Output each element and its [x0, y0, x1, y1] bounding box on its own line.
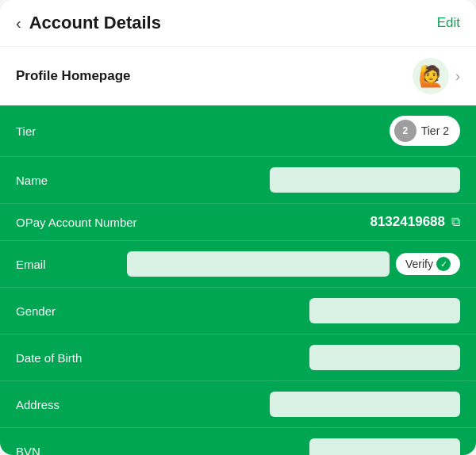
dob-row: Date of Birth: [0, 335, 476, 381]
account-number-label: OPay Account Number: [16, 216, 137, 229]
email-input[interactable]: [127, 251, 390, 277]
verify-button[interactable]: Verify ✓: [396, 253, 460, 275]
chevron-right-icon: ›: [455, 68, 460, 85]
account-number-row: OPay Account Number 8132419688 ⧉: [0, 204, 476, 241]
content-area: Tier 2 Tier 2 Name OPay Account Number 8…: [0, 105, 476, 455]
email-row: Email Verify ✓: [0, 241, 476, 288]
profile-homepage-label: Profile Homepage: [16, 68, 131, 84]
avatar: 🙋: [413, 58, 449, 94]
verify-check-icon: ✓: [436, 257, 451, 271]
email-input-area: Verify ✓: [127, 251, 460, 277]
edit-button[interactable]: Edit: [437, 15, 460, 31]
name-row: Name: [0, 157, 476, 204]
copy-icon[interactable]: ⧉: [451, 215, 460, 229]
address-row: Address: [0, 381, 476, 428]
profile-row[interactable]: Profile Homepage 🙋 ›: [0, 47, 476, 105]
gender-input[interactable]: [309, 298, 460, 323]
avatar-emoji: 🙋: [418, 64, 443, 89]
gender-row: Gender: [0, 288, 476, 335]
tier-icon: 2: [394, 120, 416, 142]
dob-label: Date of Birth: [16, 351, 119, 365]
header-left: ‹ Account Details: [16, 13, 161, 33]
name-input[interactable]: [270, 167, 460, 193]
back-button[interactable]: ‹: [16, 14, 21, 32]
verify-label: Verify: [405, 258, 433, 270]
header: ‹ Account Details Edit: [0, 0, 476, 47]
gender-label: Gender: [16, 304, 119, 318]
name-label: Name: [16, 174, 119, 187]
address-input[interactable]: [270, 392, 460, 417]
tier-text: Tier 2: [421, 124, 449, 137]
account-number-display: 8132419688 ⧉: [370, 214, 460, 230]
profile-right: 🙋 ›: [413, 58, 460, 94]
dob-input[interactable]: [309, 345, 460, 370]
tier-badge: 2 Tier 2: [390, 116, 460, 146]
tier-row: Tier 2 Tier 2: [0, 105, 476, 157]
account-details-screen: ‹ Account Details Edit Profile Homepage …: [0, 0, 476, 455]
email-label: Email: [16, 258, 119, 271]
account-number-value: 8132419688: [370, 214, 445, 230]
bvn-input[interactable]: [309, 438, 460, 455]
bvn-row: BVN: [0, 428, 476, 455]
page-title: Account Details: [29, 13, 161, 33]
bvn-label: BVN: [16, 445, 119, 456]
tier-label: Tier: [16, 124, 119, 138]
address-label: Address: [16, 398, 119, 411]
